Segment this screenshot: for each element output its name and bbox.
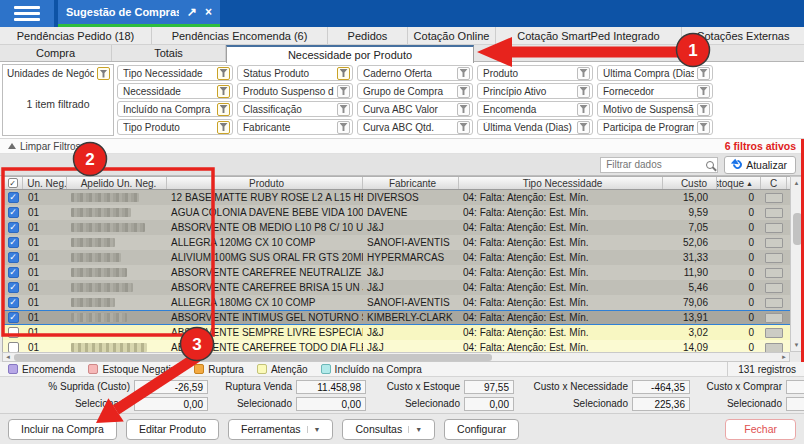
horizontal-scrollbar[interactable]: ◄ ► — [2, 352, 790, 362]
filter-button-ultima-venda[interactable]: Última Venda (Dias) — [477, 119, 593, 135]
funnel-icon[interactable] — [577, 103, 590, 116]
funnel-icon[interactable] — [457, 121, 470, 134]
row-checkbox[interactable] — [8, 222, 19, 233]
column-apelido[interactable]: Apelido Un. Neg. — [67, 177, 167, 189]
table-row[interactable]: 01ALLEGRA 180MG CX 10 COMPSANOFI-AVENTIS… — [3, 295, 790, 310]
tab-cotacao-smartped[interactable]: Cotação SmartPed Integrado — [496, 27, 682, 44]
funnel-icon[interactable] — [457, 67, 470, 80]
funnel-icon[interactable] — [457, 85, 470, 98]
table-row[interactable]: 01AGUA COLONIA DAVENE BEBE VIDA 100MLDAV… — [3, 205, 790, 220]
filter-button-necessidade[interactable]: Necessidade — [117, 83, 233, 99]
business-unit-filter[interactable]: Unidades de Negócio 1 item filtrado — [2, 64, 114, 136]
tab-cotacao-online[interactable]: Cotação Online — [408, 27, 496, 44]
filter-button-produto-suspenso[interactable]: Produto Suspenso d... — [237, 83, 353, 99]
table-row[interactable]: 01ABSORVENTE CAREFREE NEUTRALIZE 60 UN .… — [3, 265, 790, 280]
filter-button-grupo-compra[interactable]: Grupo de Compra — [357, 83, 473, 99]
clear-filters-button[interactable]: Limpar Filtros — [8, 141, 81, 152]
funnel-icon[interactable] — [577, 121, 590, 134]
column-extra[interactable]: C — [761, 177, 787, 189]
refresh-button[interactable]: Atualizar — [724, 156, 796, 174]
row-checkbox[interactable] — [8, 327, 19, 338]
editar-produto-button[interactable]: Editar Produto — [126, 419, 219, 440]
filter-button-fornecedor[interactable]: Fornecedor — [597, 83, 713, 99]
row-checkbox[interactable] — [8, 342, 19, 352]
filter-button-classificacao[interactable]: Classificação — [237, 101, 353, 117]
column-produto[interactable]: Produto — [167, 177, 363, 189]
filter-button-fabricante[interactable]: Fabricante — [237, 119, 353, 135]
row-checkbox[interactable] — [8, 297, 19, 308]
select-all-checkbox[interactable] — [8, 178, 18, 188]
scroll-down-icon[interactable]: ▼ — [794, 339, 800, 351]
horizontal-scroll-thumb[interactable] — [14, 354, 492, 361]
filter-button-participa-programa[interactable]: Participa de Program... — [597, 119, 713, 135]
filter-button-status-produto[interactable]: Status Produto — [237, 65, 353, 81]
filter-button-tipo-necessidade[interactable]: Tipo Necessidade — [117, 65, 233, 81]
row-checkbox[interactable] — [8, 252, 19, 263]
table-row[interactable]: 01ABSORVENTE CAREFREE BRISA 15 UN JOHNS.… — [3, 280, 790, 295]
tab-pendencias-encomenda[interactable]: Pendências Encomenda (6) — [152, 27, 328, 44]
row-checkbox[interactable] — [8, 312, 19, 323]
tab-totais[interactable]: Totais — [112, 45, 226, 61]
maximize-icon[interactable]: ↗ — [187, 6, 197, 18]
scroll-left-icon[interactable]: ◄ — [5, 353, 11, 362]
table-row[interactable]: 01ABSORVENTE OB MEDIO L10 P8 C/ 10 UN IN… — [3, 220, 790, 235]
funnel-icon[interactable] — [97, 67, 110, 80]
tab-necessidade-por-produto[interactable]: Necessidade por Produto — [226, 45, 474, 63]
filter-button-tipo-produto[interactable]: Tipo Produto — [117, 119, 233, 135]
funnel-icon[interactable] — [337, 85, 350, 98]
tab-pedidos[interactable]: Pedidos — [328, 27, 408, 44]
funnel-icon[interactable] — [217, 85, 230, 98]
table-row[interactable]: 0112 BASE MATTE RUBY ROSE L2 A L15 HB 80… — [3, 190, 790, 205]
funnel-icon[interactable] — [217, 67, 230, 80]
table-row[interactable]: 01ABSORVENTE INTIMUS GEL NOTURNO SECA ..… — [3, 310, 790, 325]
menu-button[interactable] — [0, 0, 54, 27]
filter-button-encomenda[interactable]: Encomenda — [477, 101, 593, 117]
filter-button-produto[interactable]: Produto — [477, 65, 593, 81]
scroll-up-icon[interactable]: ▲ — [794, 177, 800, 189]
tab-cotacoes-externas[interactable]: Cotações Externas — [682, 27, 804, 44]
filter-button-principio-ativo[interactable]: Princípio Ativo — [477, 83, 593, 99]
configurar-button[interactable]: Configurar — [444, 419, 519, 440]
ferramentas-button[interactable]: Ferramentas▼ — [228, 419, 333, 440]
app-tab[interactable]: Sugestão de Compras ↗ × — [58, 0, 220, 27]
column-un-neg[interactable]: Un. Neg. — [23, 177, 67, 189]
funnel-icon[interactable] — [337, 103, 350, 116]
funnel-icon[interactable] — [577, 67, 590, 80]
funnel-icon[interactable] — [217, 103, 230, 116]
table-row[interactable]: 01ABSORVENTE CAREFREE TODO DIA FLEXI SE.… — [3, 340, 790, 352]
tab-pendencias-pedido[interactable]: Pendências Pedido (18) — [0, 27, 152, 44]
filter-button-motivo-suspensao[interactable]: Motivo de Suspensão — [597, 101, 713, 117]
funnel-icon[interactable] — [577, 85, 590, 98]
vertical-scroll-thumb[interactable] — [793, 213, 802, 245]
funnel-icon[interactable] — [697, 121, 710, 134]
row-checkbox[interactable] — [8, 192, 19, 203]
funnel-icon[interactable] — [697, 67, 710, 80]
search-box[interactable] — [600, 157, 718, 173]
funnel-icon[interactable] — [697, 85, 710, 98]
filter-button-incluido-na-compra[interactable]: Incluído na Compra — [117, 101, 233, 117]
search-input[interactable] — [604, 158, 706, 171]
table-row[interactable]: 01ALLEGRA 120MG CX 10 COMPSANOFI-AVENTIS… — [3, 235, 790, 250]
filter-button-caderno-oferta[interactable]: Caderno Oferta — [357, 65, 473, 81]
tab-compra[interactable]: Compra — [0, 45, 112, 61]
filter-button-curva-abc-valor[interactable]: Curva ABC Valor — [357, 101, 473, 117]
scroll-right-icon[interactable]: ► — [781, 353, 787, 362]
fechar-button[interactable]: Fechar — [725, 419, 796, 440]
vertical-scrollbar[interactable]: ▲ ▼ — [790, 176, 803, 352]
consultas-button[interactable]: Consultas▼ — [342, 419, 435, 440]
funnel-icon[interactable] — [457, 103, 470, 116]
incluir-na-compra-button[interactable]: Incluir na Compra — [8, 419, 117, 440]
row-checkbox[interactable] — [8, 267, 19, 278]
funnel-icon[interactable] — [217, 121, 230, 134]
funnel-icon[interactable] — [697, 103, 710, 116]
column-custo[interactable]: Custo — [663, 177, 717, 189]
column-tipo-necessidade[interactable]: Tipo Necessidade — [459, 177, 663, 189]
filter-button-curva-abc-qtd[interactable]: Curva ABC Qtd. — [357, 119, 473, 135]
funnel-icon[interactable] — [337, 121, 350, 134]
column-fabricante[interactable]: Fabricante — [363, 177, 459, 189]
row-checkbox[interactable] — [8, 282, 19, 293]
filter-button-ultima-compra[interactable]: Última Compra (Dias) — [597, 65, 713, 81]
row-checkbox[interactable] — [8, 237, 19, 248]
close-window-icon[interactable]: × — [205, 6, 212, 18]
table-row[interactable]: 01ALIVIUM 100MG SUS ORAL FR GTS 20MLHYPE… — [3, 250, 790, 265]
